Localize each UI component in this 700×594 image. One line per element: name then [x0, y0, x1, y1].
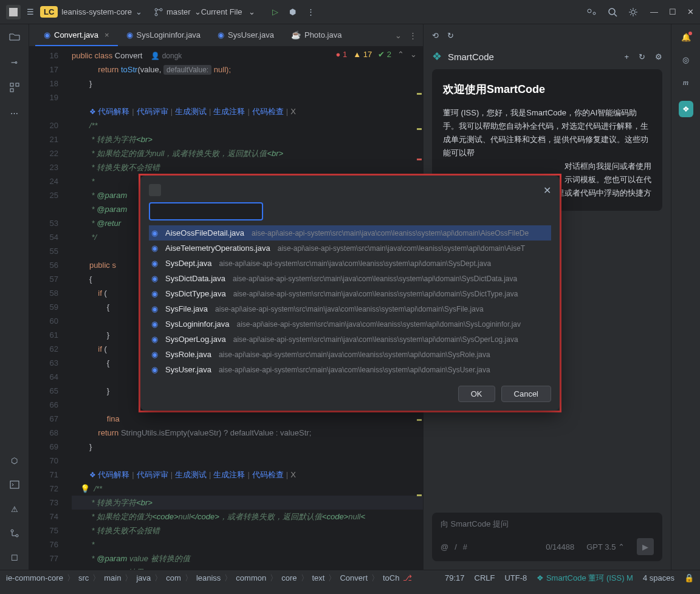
more-icon[interactable]: ⋮ [307, 7, 315, 16]
java-icon: ◉ [218, 30, 224, 39]
code-with-me-icon[interactable] [586, 7, 597, 18]
panel-settings-icon[interactable]: ⚙ [655, 52, 662, 61]
ai-tool-icon[interactable]: ◎ [682, 55, 689, 64]
cancel-button[interactable]: Cancel [501, 386, 551, 402]
tab-dropdown-icon[interactable]: ⌄ [395, 31, 402, 40]
tab-sysuser[interactable]: ◉SysUser.java [209, 24, 283, 46]
file-item[interactable]: ◉AiseTelemetryOperations.javaaise-api\ai… [149, 241, 551, 256]
chat-placeholder: 向 SmartCode 提问 [441, 519, 654, 530]
svg-rect-0 [9, 8, 18, 16]
maximize-icon[interactable]: ☐ [669, 7, 676, 16]
project-tool-icon[interactable] [9, 30, 21, 43]
file-item[interactable]: ◉SysDictType.javaaise-api\aise-api-syste… [149, 286, 551, 301]
close-icon[interactable]: × [105, 30, 109, 39]
debug-icon[interactable]: ⬢ [289, 7, 296, 16]
hash-icon[interactable]: # [463, 542, 467, 551]
project-dropdown-icon[interactable]: ⌄ [136, 7, 142, 16]
new-chat-icon[interactable]: + [624, 52, 629, 61]
svg-rect-10 [10, 89, 13, 92]
nav-down-icon[interactable]: ⌄ [410, 50, 417, 59]
left-toolbar: ⊸ ⋯ ⬡ ⚠ ☐ [0, 24, 29, 570]
search-icon[interactable] [608, 7, 617, 17]
svg-point-5 [593, 12, 595, 15]
run-config-selector[interactable]: Current File ⌄ [201, 7, 255, 16]
inspection-indicators[interactable]: ● 1 ▲ 17 ✔ 2 ⌃ ⌄ [335, 50, 417, 59]
db-tool-icon[interactable]: ⬡ [9, 454, 21, 466]
tab-more-icon[interactable]: ⋮ [409, 31, 417, 40]
tab-label: SysLogininfor.java [137, 30, 201, 39]
file-item[interactable]: ◉SysRole.javaaise-api\aise-api-system\sr… [149, 347, 551, 362]
commit-tool-icon[interactable]: ⊸ [9, 56, 21, 68]
terminal-tool-icon[interactable] [9, 479, 21, 491]
at-icon[interactable]: @ [441, 542, 448, 551]
problems-tool-icon[interactable]: ⚠ [9, 503, 21, 515]
tab-photo[interactable]: ☕Photo.java [283, 24, 350, 46]
svg-point-3 [160, 9, 162, 11]
svg-point-6 [609, 9, 615, 15]
error-count: ● 1 [335, 50, 347, 59]
svg-point-2 [155, 13, 157, 16]
chat-input[interactable]: 向 SmartCode 提问 @ / # 0/14488 GPT 3.5 ⌃ ▶ [432, 513, 662, 561]
warning-count: ▲ 17 [353, 50, 372, 59]
svg-rect-8 [10, 83, 13, 86]
refresh-icon[interactable]: ⟲ [432, 31, 439, 40]
tab-label: Photo.java [304, 30, 341, 39]
dialog-search-input[interactable] [149, 202, 263, 220]
file-item[interactable]: ◉SysLogininfor.javaaise-api\aise-api-sys… [149, 316, 551, 332]
settings-icon[interactable] [628, 7, 638, 17]
more-tool-icon[interactable]: ⋯ [9, 107, 21, 119]
smartcode-logo-icon: ❖ [432, 50, 442, 63]
project-badge: LC [40, 6, 58, 18]
svg-point-7 [631, 10, 635, 14]
tab-convert[interactable]: ◉Convert.java× [35, 24, 118, 46]
welcome-body: 董珂 (ISS)，您好，我是SmartCode，你的AI智能编码助手。我可以帮助… [443, 106, 651, 160]
file-item[interactable]: ◉SysDictData.javaaise-api\aise-api-syste… [149, 271, 551, 286]
svg-rect-9 [16, 83, 19, 86]
svg-point-1 [155, 9, 157, 11]
caret-position[interactable]: 79:17 [445, 573, 465, 582]
svg-point-12 [11, 530, 13, 532]
ok-button[interactable]: OK [458, 386, 495, 402]
run-config-label: Current File [201, 7, 242, 16]
dialog-close-icon[interactable]: ✕ [543, 185, 551, 196]
file-item[interactable]: ◉SysDept.javaaise-api\aise-api-system\sr… [149, 256, 551, 271]
structure-tool-icon[interactable] [9, 81, 21, 94]
m-tool-icon[interactable]: m [683, 78, 688, 87]
send-button[interactable]: ▶ [637, 538, 654, 555]
run-icon[interactable]: ▷ [272, 7, 278, 16]
indent-status[interactable]: 4 spaces [643, 573, 674, 582]
smartcode-tool-icon[interactable]: ❖ [679, 101, 693, 117]
nav-up-icon[interactable]: ⌃ [397, 50, 404, 59]
encoding[interactable]: UTF-8 [504, 573, 527, 582]
file-item[interactable]: ◉SysUser.javaaise-api\aise-api-system\sr… [149, 362, 551, 377]
app-icon [6, 5, 21, 19]
build-tool-icon[interactable]: ☐ [9, 551, 21, 564]
java-icon: ☕ [291, 30, 301, 39]
editor-tabs: ◉Convert.java× ◉SysLogininfor.java ◉SysU… [29, 24, 423, 46]
readonly-icon[interactable]: 🔒 [684, 573, 694, 582]
ok-count: ✔ 2 [378, 50, 391, 59]
minimize-icon[interactable]: — [650, 7, 658, 16]
file-list: ◉AiseOssFileDetail.javaaise-api\aise-api… [149, 225, 551, 377]
history-icon[interactable]: ↻ [639, 52, 645, 61]
java-icon: ◉ [126, 30, 133, 39]
dialog-icon [149, 184, 161, 196]
breadcrumb[interactable]: ie-common-core〉src〉main〉java〉com〉leaniss… [6, 573, 445, 584]
titlebar: ☰ LC leaniss-system-core ⌄ master ⌄ Curr… [0, 0, 700, 24]
right-toolbar: 🔔 ◎ m ❖ [671, 24, 700, 570]
project-name[interactable]: leaniss-system-core [61, 7, 132, 16]
file-item[interactable]: ◉AiseOssFileDetail.javaaise-api\aise-api… [149, 225, 551, 241]
smartcode-status[interactable]: ❖ SmartCode 董珂 (ISS) M [537, 573, 633, 584]
file-item[interactable]: ◉SysFile.javaaise-api\aise-api-system\sr… [149, 301, 551, 316]
sync-icon[interactable]: ↻ [447, 31, 454, 40]
main-menu-icon[interactable]: ☰ [27, 7, 34, 16]
tab-syslogininfor[interactable]: ◉SysLogininfor.java [118, 24, 210, 46]
git-branch-selector[interactable]: master ⌄ [154, 7, 201, 16]
close-icon[interactable]: ✕ [687, 7, 694, 16]
notifications-icon[interactable]: 🔔 [681, 33, 691, 42]
vcs-tool-icon[interactable] [9, 527, 21, 539]
line-separator[interactable]: CRLF [475, 573, 495, 582]
line-gutter[interactable]: 1617181920212223242553545556575859606162… [29, 46, 66, 570]
file-item[interactable]: ◉SysOperLog.javaaise-api\aise-api-system… [149, 332, 551, 347]
model-selector[interactable]: GPT 3.5 ⌃ [586, 542, 625, 551]
